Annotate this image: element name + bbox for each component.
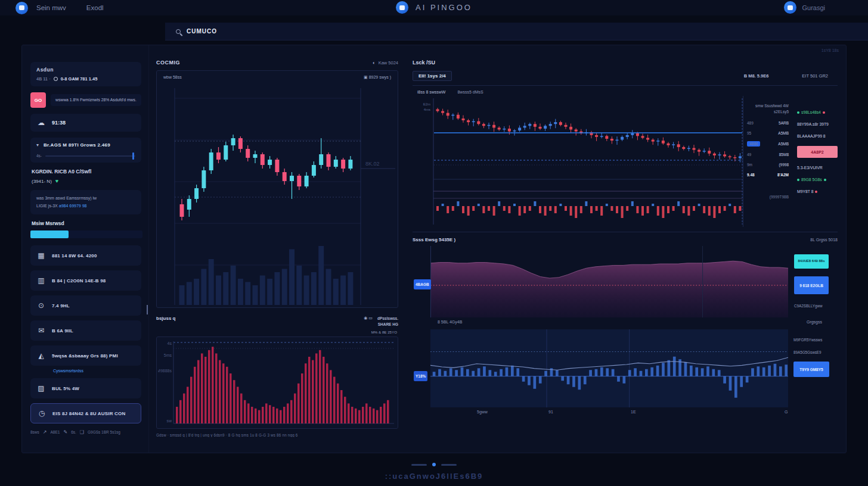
chat-icon: ✉: [36, 326, 46, 335]
page-dash-1[interactable]: [411, 464, 427, 466]
footer-brand-text: ::ucaGnwoJ6llEs6B9: [0, 472, 868, 481]
watchlist-item[interactable]: s98Ls48s4: [797, 110, 838, 114]
right-candlestick-chart[interactable]: [433, 96, 743, 227]
clock-icon: ◷: [37, 409, 46, 418]
bell-icon[interactable]: ◉ ▭: [364, 316, 373, 320]
sidebar-item[interactable]: ⊙7.4 9HL: [30, 295, 141, 316]
osc-x-label: 1E: [631, 410, 636, 414]
pencil-icon[interactable]: ✎: [63, 429, 67, 435]
user-label[interactable]: Gurasgi: [802, 4, 825, 11]
top-navigation-bar: Sein mwv Exodl AI PINGOO Gurasgi: [0, 0, 868, 15]
price-scale-left: 9.48: [747, 173, 755, 177]
strategy-dropdown[interactable]: ▾ Br.AGS M 89TI Grows 2.469 4s-: [30, 138, 141, 163]
arrow-up-right-icon[interactable]: ↗: [43, 429, 47, 435]
chat-bubble-icon[interactable]: ❑: [80, 429, 84, 435]
note-link[interactable]: a984 69979 98: [59, 204, 87, 208]
right-column: Lsck /SU EII! 1sys 2/4 B M8. 5.9E6 EIT 5…: [404, 45, 846, 453]
sidebar-item[interactable]: ▨BUL 5% 4W: [30, 378, 141, 398]
search-icon: [176, 29, 181, 34]
sentiment-area-chart[interactable]: [430, 246, 788, 317]
sidebar-item-label: 7.4 9HL: [52, 303, 70, 309]
scale-bottom-label: (9999T98B: [747, 195, 789, 199]
sidebar-item[interactable]: ▥B 84 | C2O0N 14E-B 98: [30, 270, 141, 291]
watchlist-item[interactable]: 89G8 5G8s: [797, 177, 838, 182]
osc-x-label: 5gww: [477, 410, 488, 414]
right-meta-2: EIT 501 GR2: [802, 73, 828, 79]
range-slider[interactable]: [45, 155, 135, 157]
osc-axis-tag: Y18%: [414, 371, 427, 381]
cloud-icon: ☁: [36, 119, 46, 127]
app-logo-icon[interactable]: [396, 1, 408, 14]
sidebar-item-label: BUL 5% 4W: [52, 386, 79, 391]
osc-x-label: 91: [548, 410, 553, 414]
price-scale-row: 9m(9998: [747, 163, 789, 167]
watchlist-item-label: M9Y8T 8: [797, 189, 813, 194]
green-dot-icon: [797, 111, 799, 114]
watchlist-item[interactable]: 5.3-E3/VUIVR: [797, 166, 838, 170]
camera-icon[interactable]: ▣: [364, 75, 368, 79]
watchlist-side-panel: s98Ls48s488Y99A.s8r 39T9BLAAAAJP99 84A8P…: [792, 96, 838, 227]
pink-action-button[interactable]: 4A8P2: [797, 146, 838, 158]
alert-text: wswwa 1.8% Fwmiznwts 28% Asdufd'd mws.: [51, 94, 141, 107]
sidebar-item[interactable]: ▦881 14 8W 64. 4200: [30, 245, 141, 266]
center-panel-meta: Kaw 5024: [379, 60, 398, 66]
chevron-down-icon: ▾: [36, 142, 39, 148]
legend-series-2: 8wsss5 dMsS: [457, 90, 483, 94]
price-scale-left: 49: [747, 152, 751, 157]
y-axis-mini-labels: E2m 4ms: [413, 96, 433, 227]
note-text: was 3mm aswd Eamssrmssy) lw: [36, 195, 135, 202]
heart-icon: ♥: [55, 178, 58, 184]
cyan-action-button[interactable]: 84/AIE8 649 88s: [794, 254, 829, 269]
page-dash-2[interactable]: [441, 464, 457, 466]
volume-meta-2: SHARE HG: [377, 322, 398, 328]
volume-chart-title: bsjuss q: [156, 316, 175, 321]
nav-item-2[interactable]: Exodl: [86, 4, 104, 11]
sidebar-footer: 8sws↗A8E1✎6s.❑G9GSs 1BR 5s1sg: [30, 429, 141, 435]
calendar-icon: ▦: [36, 251, 46, 260]
legend-series-1: i8ss 8 swsswW: [417, 90, 445, 94]
watchlist-item[interactable]: 88Y99A.s8r 39T9: [797, 122, 838, 126]
search-input[interactable]: CUMUCO: [165, 23, 868, 40]
right-meta-1: B M8. 5.9E6: [744, 73, 769, 79]
weather-card[interactable]: ☁ 91:38: [30, 114, 141, 132]
slider-label: 4s-: [36, 154, 42, 158]
red-bar-chart[interactable]: 4s5msM9888ssw: [158, 339, 396, 427]
price-scale-highlight: 4886: [747, 141, 760, 147]
user-avatar[interactable]: [784, 1, 796, 14]
price-scale-left: 489: [747, 121, 754, 125]
center-panel-title: COCMIG: [156, 60, 180, 66]
sidebar-footer-label: 6s.: [71, 430, 76, 434]
account-value: 0-8 GAM 781 1.45: [61, 76, 98, 82]
watchlist-item-label: 89G8 5G8s: [801, 177, 822, 182]
account-prefix: 4B 11 ·: [36, 76, 51, 82]
scrollbar-thumb[interactable]: [147, 305, 148, 314]
watchlist-item[interactable]: M9Y8T 8: [797, 189, 838, 194]
sidebar-item[interactable]: ✉B 6A 9IIL: [30, 320, 141, 341]
sidebar-item[interactable]: ◭5wqsa &sbaaay Grs 88) PMI: [30, 345, 141, 366]
flow-oscillator-chart[interactable]: [430, 329, 788, 407]
osc-note-2: 89A5G5GswsE9: [793, 350, 838, 354]
osc-action-button[interactable]: T9Y9 GM8Y5: [793, 362, 829, 377]
svg-text:M9888s: M9888s: [158, 369, 172, 373]
page-dot-active[interactable]: [432, 463, 436, 466]
green-dot-icon: [824, 179, 826, 181]
clock-mini-icon: ◐: [373, 60, 376, 66]
main-chart-label: wbw 58ss: [163, 75, 182, 79]
blue-action-button[interactable]: 9 618 E2GLB: [794, 276, 829, 294]
sidebar-item-link[interactable]: Cyswsmsrtsrdss: [53, 369, 141, 373]
tab-pair[interactable]: EII! 1sys 2/4: [413, 71, 452, 81]
watchlist-item[interactable]: BLAAAAJP99 8: [797, 134, 838, 138]
brand-logo-icon[interactable]: [16, 2, 28, 14]
nav-item-1[interactable]: Sein mwv: [36, 4, 66, 11]
price-scale-panel: smw Ssusfwwd 4W s2ELsy5 4895ARB95A5MB488…: [743, 96, 792, 227]
candlestick-chart[interactable]: 8K.02: [158, 82, 396, 306]
price-scale-left: 95: [747, 131, 751, 135]
sidebar-item[interactable]: ◷EIS 8J 84N42 & 8U AUSIR CON: [30, 403, 141, 423]
account-label: Asdun: [36, 67, 135, 73]
alert-row[interactable]: GO wswwa 1.8% Fwmiznwts 28% Asdufd'd mws…: [30, 92, 141, 108]
account-card[interactable]: Asdun 4B 11 · 0-8 GAM 781 1.45: [30, 62, 141, 86]
osc-note-1: M9FGR5Ywssws: [793, 338, 838, 342]
status-ring-icon: [54, 77, 58, 81]
osc-x-label: G: [785, 410, 788, 414]
slider-handle[interactable]: [132, 152, 134, 160]
